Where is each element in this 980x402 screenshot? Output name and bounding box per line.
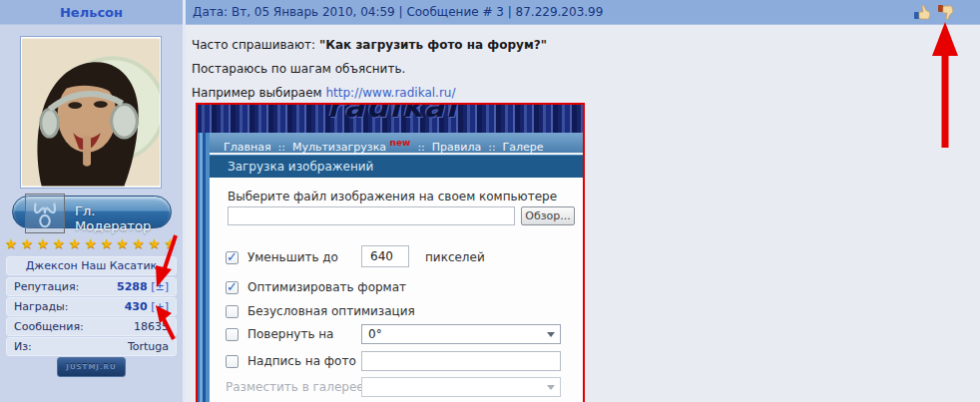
caption-label: Надпись на фото — [247, 354, 356, 368]
checkbox-resize[interactable] — [226, 251, 239, 264]
annotation-arrow-awards — [148, 303, 182, 343]
annotation-arrow-vote — [931, 22, 959, 148]
forum-post-page: Нельсон — [0, 0, 980, 402]
rotate-label: Повернуть на — [247, 327, 333, 341]
gallery-label: Разместить в галерее — [226, 380, 364, 394]
thumb-down-icon[interactable] — [937, 4, 954, 21]
post-main: Дата: Вт, 05 Январь 2010, 04:59 | Сообще… — [186, 0, 980, 402]
checkbox-optimize-format[interactable] — [226, 281, 239, 294]
thumb-up-icon[interactable] — [914, 4, 931, 21]
nav-rules-gallery[interactable]: :: Правила :: Галере — [410, 141, 543, 154]
file-select-label: Выберите файл изображения на своем компь… — [228, 190, 557, 203]
post-text-line1: Часто спрашивают: "Как загрузить фото на… — [192, 38, 547, 52]
mj-emblem-icon — [25, 194, 65, 233]
upload-section-title: Загрузка изображений — [210, 155, 583, 178]
upload-form: Выберите файл изображения на своем компь… — [210, 178, 583, 402]
avatar — [20, 36, 162, 189]
radikal-logo-partial: radikal — [327, 105, 458, 124]
gallery-select-disabled — [361, 377, 561, 397]
caption-input[interactable] — [361, 351, 561, 371]
reputation-value: 5288 — [117, 280, 148, 293]
rotate-select[interactable]: 0° — [361, 324, 561, 344]
avatar-image — [22, 38, 160, 187]
embedded-screenshot: radikal Главная :: Мультизагрузка new ::… — [196, 103, 585, 402]
optimize-format-label: Оптимизировать формат — [247, 280, 406, 294]
post-date-info: Дата: Вт, 05 Январь 2010, 04:59 | Сообще… — [193, 5, 603, 19]
post-text-line2: Постараюсь по шагам объяснить. — [192, 62, 405, 76]
resize-value-input[interactable]: 640 — [361, 245, 409, 267]
annotation-arrow-reputation — [146, 229, 182, 295]
moderator-badge: Гл. Модератор — [12, 196, 172, 228]
unconditional-optimize-label: Безусловная оптимизация — [247, 304, 415, 318]
resize-label: Уменьшить до — [247, 250, 338, 264]
post-text-line3: Например выбираем http://www.radikal.ru/ — [192, 86, 455, 100]
username[interactable]: Нельсон — [0, 0, 183, 25]
pixels-label: пикселей — [425, 250, 485, 264]
page-left-stripe — [198, 133, 210, 402]
browse-button[interactable]: Обзор... — [521, 206, 575, 225]
radikal-link[interactable]: http://www.radikal.ru/ — [325, 86, 455, 100]
radikal-banner: radikal — [198, 105, 583, 133]
caret-down-icon — [547, 332, 555, 337]
new-badge: new — [390, 138, 411, 148]
post-header: Дата: Вт, 05 Январь 2010, 04:59 | Сообще… — [186, 0, 980, 25]
checkbox-unconditional-optimize[interactable] — [226, 305, 239, 318]
awards-value: 430 — [125, 300, 148, 313]
justmj-site-button[interactable]: JUSTMJ.RU — [57, 357, 126, 377]
caret-down-icon — [547, 385, 555, 390]
nav-main-multiload[interactable]: Главная :: Мультизагрузка — [224, 141, 386, 154]
checkbox-rotate[interactable] — [226, 328, 239, 341]
radikal-navbar: Главная :: Мультизагрузка new :: Правила… — [210, 133, 583, 154]
file-path-input[interactable] — [228, 206, 515, 225]
checkbox-caption[interactable] — [226, 355, 239, 368]
user-sidebar: Нельсон — [0, 0, 183, 402]
